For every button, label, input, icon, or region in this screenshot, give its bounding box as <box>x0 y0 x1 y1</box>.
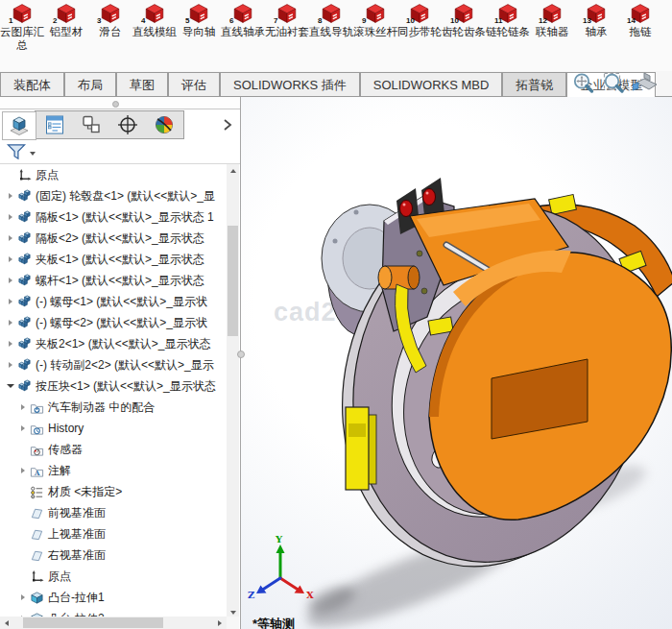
toolbar-item[interactable]: 9滚珠丝杆 <box>353 0 397 39</box>
sw-cube-icon: 7 <box>277 4 297 23</box>
tree-item[interactable]: History <box>0 418 227 439</box>
tree-item[interactable]: 原点 <box>0 566 227 587</box>
tree-expander-icon[interactable] <box>16 468 29 473</box>
tree-item[interactable]: 凸台-拉伸1 <box>0 587 227 608</box>
tree-item-label: 注解 <box>48 463 71 479</box>
ribbon-tab[interactable]: SOLIDWORKS MBD <box>360 72 503 96</box>
ribbon-tab[interactable]: 布局 <box>64 72 116 96</box>
ribbon-tab[interactable]: 装配体 <box>0 72 64 96</box>
toolbar-item[interactable]: 8直线导轨 <box>309 0 353 39</box>
tree-item[interactable]: A注解 <box>0 460 227 481</box>
tree-item-label: 按压块<1> (默认<<默认>_显示状态 <box>36 378 216 395</box>
panel-collapse-strip[interactable] <box>0 97 240 109</box>
toolbar-item[interactable]: 10同步带轮 <box>397 0 442 39</box>
filter-funnel-icon[interactable] <box>6 143 27 165</box>
toolbar-item[interactable]: 7无油衬套 <box>265 0 309 39</box>
filter-dropdown-icon[interactable] <box>30 152 36 156</box>
tree-expander-icon[interactable] <box>16 425 29 431</box>
tree-expander-icon[interactable] <box>4 193 16 199</box>
scroll-right-button[interactable] <box>213 617 226 629</box>
tree-horizontal-scrollbar[interactable] <box>0 617 227 629</box>
panel-tab-feature-manager[interactable] <box>2 111 36 140</box>
tree-item-label: 隔板<1> (默认<<默认>_显示状态 1 <box>36 209 214 226</box>
panel-tab-dimxpert-manager[interactable] <box>111 111 144 138</box>
part-icon <box>16 358 33 373</box>
tree-expander-icon[interactable] <box>16 404 29 410</box>
toolbar-item[interactable]: 12联轴器 <box>530 0 574 39</box>
part-icon <box>16 253 33 267</box>
ribbon-tab[interactable]: SOLIDWORKS 插件 <box>220 72 360 96</box>
collapse-handle-icon[interactable] <box>112 101 119 108</box>
toolbar-item[interactable] <box>662 0 672 26</box>
tree-item[interactable]: 隔板<2> (默认<<默认>_显示状态 <box>0 228 227 249</box>
tree-item[interactable]: (固定) 轮毂盘<1> (默认<<默认>_显 <box>0 185 227 206</box>
tree-item[interactable]: 汽车制动器 中的配合 <box>0 397 227 418</box>
tree-item[interactable]: 螺杆<1> (默认<<默认>_显示状态 <box>0 270 227 291</box>
sw-cube-icon: 1 <box>12 4 32 23</box>
tree-expander-icon[interactable] <box>4 384 16 388</box>
tree-item[interactable]: 原点 <box>0 164 227 185</box>
tree-item[interactable]: 按压块<1> (默认<<默认>_显示状态 <box>0 375 227 397</box>
tree-item[interactable]: 材质 <未指定> <box>0 481 227 502</box>
tree-item[interactable]: 传感器 <box>0 439 227 460</box>
panel-tab-display-manager[interactable] <box>148 111 180 138</box>
horizontal-scroll-thumb[interactable] <box>23 617 163 628</box>
tree-item[interactable]: 右视基准面 <box>0 544 227 566</box>
svg-text:A: A <box>34 469 40 477</box>
tree-expander-icon[interactable] <box>4 235 16 241</box>
toolbar-item-number: 11 <box>494 16 502 25</box>
tree-item[interactable]: (-) 螺母<1> (默认<<默认>_显示状 <box>0 291 227 312</box>
tree-item[interactable]: 夹板2<1> (默认<<默认>_显示状态 <box>0 333 227 354</box>
tree-expander-icon[interactable] <box>4 278 16 283</box>
toolbar-item[interactable]: 11链轮链条 <box>486 0 530 39</box>
scroll-left-button[interactable] <box>0 617 12 629</box>
panel-tab-property-manager[interactable] <box>38 111 71 138</box>
tree-item[interactable]: (-) 转动副2<2> (默认<<默认>_显示 <box>0 354 227 375</box>
reference-triad: Y X Z <box>248 534 314 600</box>
zoom-area-icon[interactable] <box>602 71 627 96</box>
tree-expander-icon[interactable] <box>16 594 29 600</box>
zoom-fit-icon[interactable] <box>571 71 596 96</box>
vertical-scroll-thumb[interactable] <box>228 226 238 336</box>
panel-tab-configuration-manager[interactable] <box>75 111 108 138</box>
tree-expander-icon[interactable] <box>4 299 16 304</box>
tree-expander-icon[interactable] <box>4 362 16 368</box>
view-orientation-icon[interactable] <box>633 71 658 96</box>
plane-icon <box>29 548 45 563</box>
toolbar-item[interactable]: 5导向轴 <box>177 0 221 39</box>
panel-splitter-handle[interactable] <box>237 351 245 358</box>
ribbon-tab[interactable]: 草图 <box>116 72 168 96</box>
toolbar-item[interactable]: 13轴承 <box>574 0 618 39</box>
tree-item[interactable]: 前视基准面 <box>0 502 227 523</box>
tree-item[interactable]: 上视基准面 <box>0 523 227 544</box>
view-orientation-label: *等轴测 <box>252 616 295 629</box>
extrude-icon <box>29 591 45 605</box>
history-icon <box>29 422 45 436</box>
tree-expander-icon[interactable] <box>4 214 16 220</box>
tree-expander-icon[interactable] <box>4 341 16 347</box>
toolbar-item[interactable]: 3滑台 <box>88 0 132 39</box>
toolbar-item[interactable]: 14拖链 <box>618 0 662 39</box>
ribbon-tab[interactable]: 评估 <box>168 72 220 96</box>
toolbar-item[interactable]: 6直线轴承 <box>221 0 265 39</box>
sw-cube-icon: 14 <box>631 4 650 23</box>
toolbar-item[interactable]: 10齿轮齿条 <box>442 0 486 39</box>
toolbar-item-number: 3 <box>97 16 101 25</box>
tree-filter-row[interactable] <box>0 141 240 164</box>
tree-vertical-scrollbar[interactable] <box>227 164 239 618</box>
tree-expander-icon[interactable] <box>4 256 16 262</box>
toolbar-item[interactable]: 4直线模组 <box>132 0 177 39</box>
scroll-up-button[interactable] <box>227 164 239 177</box>
graphics-viewport[interactable]: cad2688.com <box>241 97 672 629</box>
tree-item[interactable]: (-) 螺母<2> (默认<<默认>_显示状 <box>0 312 227 333</box>
view-tools <box>571 71 672 96</box>
panel-tab-bar <box>0 109 240 141</box>
tree-expander-icon[interactable] <box>4 320 16 326</box>
tree-item[interactable]: 隔板<1> (默认<<默认>_显示状态 1 <box>0 206 227 228</box>
toolbar-item[interactable]: 2铝型材 <box>44 0 88 39</box>
tree-item[interactable]: 夹板<1> (默认<<默认>_显示状态 <box>0 249 227 270</box>
sw-cube-icon: 13 <box>587 4 606 23</box>
ribbon-tab[interactable]: 拓普锐 <box>502 72 566 96</box>
toolbar-item[interactable]: 1云图库汇总 <box>0 0 44 53</box>
chevron-right-icon[interactable] <box>223 118 232 135</box>
